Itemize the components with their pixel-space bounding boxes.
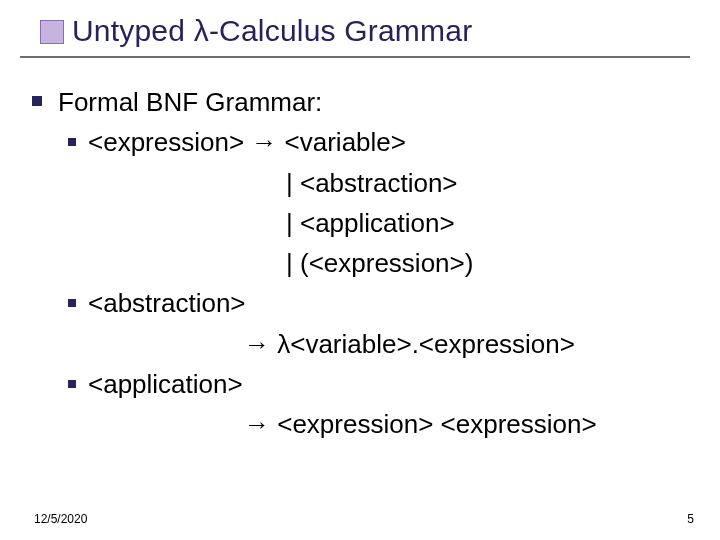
square-bullet-icon: [68, 299, 76, 307]
grammar-line: → <expression> <expression>: [244, 409, 597, 439]
grammar-continuation: | (<expression>): [26, 243, 700, 283]
title-text-suffix: -Calculus Grammar: [209, 14, 472, 47]
slide-title: Untyped λ-Calculus Grammar: [72, 14, 690, 48]
grammar-continuation: | <abstraction>: [26, 163, 700, 203]
grammar-line: <expression> → <variable>: [88, 127, 406, 157]
grammar-line: <application>: [88, 369, 243, 399]
bullet-level2-application: <application>: [26, 364, 700, 404]
grammar-line: | (<expression>): [286, 248, 473, 278]
grammar-continuation: → λ<variable>.<expression>: [26, 324, 700, 364]
bullet-level2-expression: <expression> → <variable>: [26, 122, 700, 162]
slide: Untyped λ-Calculus Grammar Formal BNF Gr…: [0, 0, 720, 540]
square-bullet-icon: [32, 96, 42, 106]
square-bullet-icon: [68, 380, 76, 388]
lambda-symbol: λ: [194, 14, 209, 47]
slide-body: Formal BNF Grammar: <expression> → <vari…: [20, 66, 700, 445]
footer-date: 12/5/2020: [34, 512, 87, 526]
heading-text: Formal BNF Grammar:: [58, 87, 322, 117]
grammar-line: | <abstraction>: [286, 168, 458, 198]
grammar-line: <abstraction>: [88, 288, 246, 318]
square-bullet-icon: [68, 138, 76, 146]
title-block: Untyped λ-Calculus Grammar: [20, 14, 690, 58]
bullet-level1: Formal BNF Grammar:: [26, 82, 700, 122]
grammar-continuation: → <expression> <expression>: [26, 404, 700, 444]
footer-page-number: 5: [687, 512, 694, 526]
slide-footer: 12/5/2020 5: [34, 512, 694, 526]
grammar-line: | <application>: [286, 208, 455, 238]
grammar-line: → λ<variable>.<expression>: [244, 329, 575, 359]
grammar-continuation: | <application>: [26, 203, 700, 243]
title-text-prefix: Untyped: [72, 14, 194, 47]
bullet-level2-abstraction: <abstraction>: [26, 283, 700, 323]
